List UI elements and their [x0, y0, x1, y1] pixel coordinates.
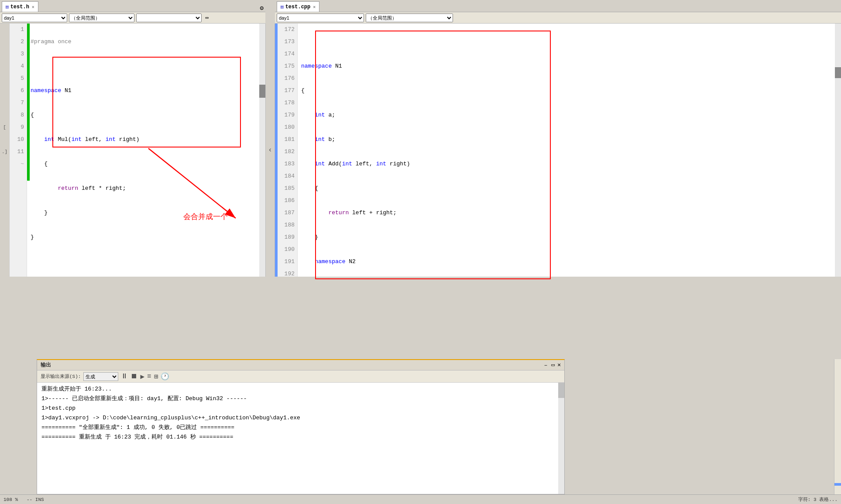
pane-divider[interactable]: ‹	[265, 24, 275, 277]
output-line-3: 1>test.cpp	[41, 404, 560, 413]
file-icon-right: ▤	[281, 4, 284, 10]
left-gutter-indicators: [ .]	[0, 24, 10, 277]
tab-close-right[interactable]: ✕	[313, 4, 316, 10]
ins-mode: -- INS	[27, 497, 44, 502]
left-scope1-select[interactable]: day1	[2, 14, 67, 22]
file-icon: ▤	[6, 4, 9, 10]
right-code-editor: 172173174175176 177178179180181 18218318…	[275, 24, 841, 277]
left-scope3-select[interactable]	[136, 14, 202, 22]
output-window-controls: － ▭ ✕	[543, 361, 561, 369]
output-line-6: ========== 重新生成 于 16:23 完成，耗时 01.146 秒 =…	[41, 432, 560, 442]
output-close-btn[interactable]: ✕	[557, 361, 561, 369]
tab-test-cpp[interactable]: ▤ test.cpp ✕	[277, 1, 319, 12]
output-scroll-indicator	[834, 483, 841, 486]
right-change-indicator	[275, 24, 278, 277]
output-toolbar: 显示输出来源(S): 生成 ⏸ ⏹ ▶ ≡ ⊞ 🕐	[37, 370, 564, 383]
output-line-5: ========== "全部重新生成": 1 成功, 0 失败, 0已跳过 ==…	[41, 423, 560, 432]
output-content[interactable]: 重新生成开始于 16:23... 1>------ 已启动全部重新生成：项目: …	[37, 383, 564, 494]
output-toolbar-btn4[interactable]: ≡	[147, 373, 151, 381]
output-minimize-btn[interactable]: －	[543, 361, 549, 369]
output-title: 输出	[41, 361, 51, 369]
zoom-level: 108 %	[3, 497, 18, 502]
left-scrollbar-thumb[interactable]	[259, 85, 265, 98]
output-panel: 输出 － ▭ ✕ 显示输出来源(S): 生成 ⏸ ⏹ ▶ ≡ ⊞ 🕐 重新生成开…	[37, 359, 565, 494]
left-scrollbar[interactable]	[259, 24, 265, 277]
right-line-numbers: 172173174175176 177178179180181 18218318…	[275, 24, 298, 277]
left-dropdown-bar: day1 （全局范围） ⇔	[0, 12, 265, 24]
output-right-indicator	[834, 359, 841, 494]
right-scrollbar[interactable]	[835, 24, 841, 277]
right-scrollbar-thumb[interactable]	[835, 67, 841, 78]
left-scope2-select[interactable]: （全局范围）	[69, 14, 134, 22]
left-code-content[interactable]: #pragma once namespace N1 { int Mul(int …	[27, 24, 265, 277]
left-tab-bar: ▤ test.h ✕ ⚙	[0, 0, 265, 12]
output-toolbar-btn3[interactable]: ▶	[140, 372, 144, 381]
output-restore-btn[interactable]: ▭	[551, 361, 555, 369]
left-line-numbers: 12345 678910 11 ~	[10, 24, 27, 277]
tab-close-left[interactable]: ✕	[32, 4, 34, 10]
output-line-2: 1>------ 已启动全部重新生成：项目: day1, 配置: Debug W…	[41, 394, 560, 404]
output-line-4: 1>day1.vcxproj -> D:\code\learning_cplus…	[41, 413, 560, 423]
output-toolbar-btn1[interactable]: ⏸	[121, 372, 128, 381]
tab-test-h[interactable]: ▤ test.h ✕	[2, 1, 38, 12]
output-scrollbar-thumb[interactable]	[558, 383, 564, 398]
output-toolbar-btn6[interactable]: 🕐	[161, 372, 169, 381]
output-line-1: 重新生成开始于 16:23...	[41, 384, 560, 394]
output-source-select[interactable]: 生成	[83, 372, 118, 381]
left-code-editor: [ .] 12345 678910 11 ~ #pragma once name…	[0, 24, 265, 277]
output-toolbar-btn5[interactable]: ⊞	[154, 372, 158, 381]
output-source-label: 显示输出来源(S):	[41, 373, 81, 380]
right-dropdown-bar: day1 （全局范围）	[275, 12, 841, 24]
output-title-bar: 输出 － ▭ ✕	[37, 360, 564, 370]
char-info: 字符: 3 表格...	[798, 496, 838, 503]
output-toolbar-btn2[interactable]: ⏹	[130, 372, 137, 381]
split-icon[interactable]: ⇔	[205, 14, 209, 21]
right-tab-bar: ▤ test.cpp ✕	[275, 0, 841, 12]
right-scope1-select[interactable]: day1	[277, 14, 364, 22]
settings-icon[interactable]: ⚙	[260, 4, 264, 12]
right-scope2-select[interactable]: （全局范围）	[366, 14, 453, 22]
right-code-content[interactable]: namespace N1 { int a; int b; int Add(int…	[298, 24, 841, 277]
status-bar: 108 % -- INS 字符: 3 表格...	[0, 494, 841, 504]
output-scrollbar[interactable]	[558, 383, 564, 494]
left-change-indicator	[27, 24, 30, 181]
